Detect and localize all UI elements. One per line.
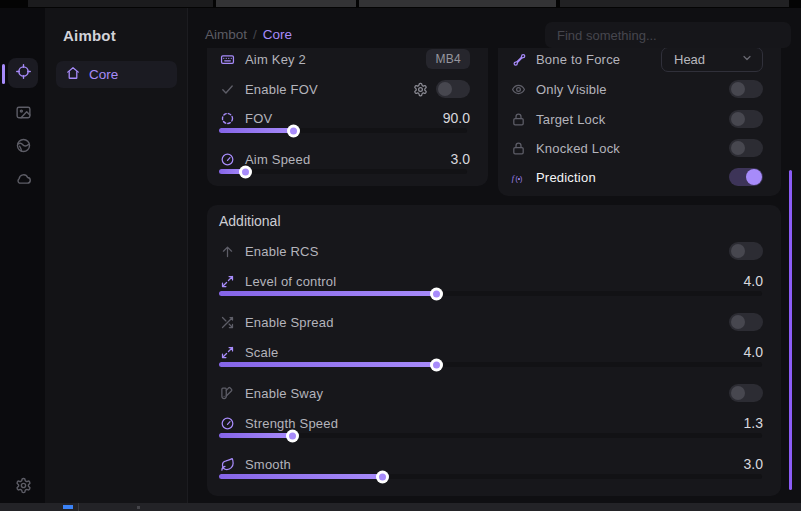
setting-value: 3.0	[451, 151, 470, 167]
enable-spread-row: Enable Spread	[219, 309, 763, 335]
function-icon: f(•)	[510, 169, 526, 185]
bone-icon	[510, 51, 526, 67]
rail-item-settings[interactable]	[8, 472, 38, 502]
sidebar: Aimbot Core	[45, 8, 188, 503]
sidebar-title: Aimbot	[63, 27, 116, 44]
enable-fov-toggle[interactable]	[436, 80, 470, 98]
arrow-up-icon	[219, 243, 235, 259]
slider-knob[interactable]	[376, 470, 389, 483]
enable-spread-toggle[interactable]	[729, 313, 763, 331]
aim-settings-card: Aim Key 2 MB4 Enable FOV FOV	[207, 48, 488, 186]
settings-content: Aim Key 2 MB4 Enable FOV FOV	[188, 48, 801, 503]
only-visible-toggle[interactable]	[729, 80, 763, 98]
slider-knob[interactable]	[430, 287, 443, 300]
check-icon	[219, 81, 235, 97]
taskbar-strip	[0, 503, 801, 511]
app-window: Aimbot Core Aimbot/Core Aim Key 2	[0, 8, 801, 503]
setting-label: Bone to Force	[536, 52, 620, 67]
aim-speed-slider[interactable]	[219, 169, 467, 174]
globe-icon	[15, 137, 32, 158]
enable-fov-row: Enable FOV	[219, 76, 470, 102]
level-of-control-slider[interactable]	[219, 291, 762, 296]
aim-key-2-row: Aim Key 2 MB4	[219, 48, 470, 72]
slider-knob[interactable]	[286, 429, 299, 442]
select-value: Head	[674, 52, 741, 67]
gear-icon	[15, 477, 32, 498]
setting-value: 3.0	[744, 456, 763, 472]
scale-row: Scale 4.0	[219, 340, 763, 364]
setting-value: 1.3	[744, 415, 763, 431]
setting-label: Enable FOV	[245, 82, 318, 97]
crosshair-icon	[15, 63, 32, 84]
leaf-icon	[219, 456, 235, 472]
setting-label: Enable Sway	[245, 386, 323, 401]
scrollbar-thumb[interactable]	[789, 170, 792, 490]
smooth-slider[interactable]	[219, 474, 762, 479]
diagonal-arrows-icon	[219, 273, 235, 289]
bone-to-force-row: Bone to Force Head	[510, 48, 763, 72]
setting-value: 90.0	[443, 110, 470, 126]
enable-rcs-toggle[interactable]	[729, 242, 763, 260]
tab-fragment[interactable]	[216, 0, 356, 7]
setting-label: Only Visible	[536, 82, 607, 97]
slider-knob[interactable]	[287, 124, 300, 137]
rail-item-visuals[interactable]	[8, 99, 38, 129]
breadcrumb: Aimbot/Core	[205, 27, 292, 42]
prediction-toggle[interactable]	[729, 168, 763, 186]
setting-label: Scale	[245, 345, 279, 360]
toggle-knob	[731, 82, 745, 96]
enable-sway-toggle[interactable]	[729, 384, 763, 402]
circle-dashed-icon	[219, 110, 235, 126]
swatches-icon	[219, 385, 235, 401]
slider-knob[interactable]	[430, 358, 443, 371]
taskbar-divider	[78, 503, 79, 511]
setting-label: Prediction	[536, 170, 596, 185]
gauge-icon	[219, 415, 235, 431]
keybind-value[interactable]: MB4	[426, 49, 470, 69]
icon-rail	[0, 8, 45, 503]
search-input[interactable]	[545, 22, 791, 48]
svg-text:(•): (•)	[515, 174, 522, 182]
cloud-icon	[15, 170, 32, 191]
enable-rcs-row: Enable RCS	[219, 238, 763, 264]
bone-select[interactable]: Head	[661, 48, 763, 72]
scale-slider[interactable]	[219, 362, 762, 367]
fov-slider[interactable]	[219, 128, 467, 133]
setting-label: Smooth	[245, 457, 291, 472]
target-settings-card: Bone to Force Head Only Visible	[498, 48, 781, 196]
rail-item-cloud[interactable]	[8, 165, 38, 195]
fov-row: FOV 90.0	[219, 106, 470, 130]
tab-fragment[interactable]	[359, 0, 556, 7]
shuffle-icon	[219, 314, 235, 330]
lock-icon	[510, 140, 526, 156]
strength-speed-row: Strength Speed 1.3	[219, 411, 763, 435]
target-lock-toggle[interactable]	[729, 110, 763, 128]
main-panel: Aimbot/Core Aim Key 2 MB4 Enable FO	[188, 8, 801, 503]
tab-fragment[interactable]	[28, 0, 213, 7]
toggle-knob	[746, 169, 762, 185]
setting-value: 4.0	[744, 273, 763, 289]
eye-icon	[510, 81, 526, 97]
toggle-knob	[731, 315, 745, 329]
setting-label: Enable RCS	[245, 244, 319, 259]
setting-label: Aim Speed	[245, 152, 310, 167]
setting-label: Enable Spread	[245, 315, 334, 330]
strength-speed-slider[interactable]	[219, 433, 762, 438]
setting-label: Knocked Lock	[536, 141, 620, 156]
enable-sway-row: Enable Sway	[219, 380, 763, 406]
fov-settings-gear-icon[interactable]	[413, 82, 428, 97]
screen: Aimbot Core Aimbot/Core Aim Key 2	[0, 0, 801, 511]
rail-item-aimbot[interactable]	[8, 58, 38, 88]
gauge-icon	[219, 151, 235, 167]
taskbar-app-icon[interactable]	[63, 505, 73, 509]
toggle-knob	[731, 386, 745, 400]
rail-item-world[interactable]	[8, 132, 38, 162]
tab-fragment[interactable]	[560, 0, 789, 7]
level-of-control-row: Level of control 4.0	[219, 269, 763, 293]
slider-knob[interactable]	[239, 165, 252, 178]
knocked-lock-toggle[interactable]	[729, 139, 763, 157]
breadcrumb-current[interactable]: Core	[263, 27, 292, 42]
sidebar-item-core[interactable]: Core	[56, 61, 177, 88]
setting-label: Aim Key 2	[245, 52, 306, 67]
breadcrumb-parent[interactable]: Aimbot	[205, 27, 247, 42]
